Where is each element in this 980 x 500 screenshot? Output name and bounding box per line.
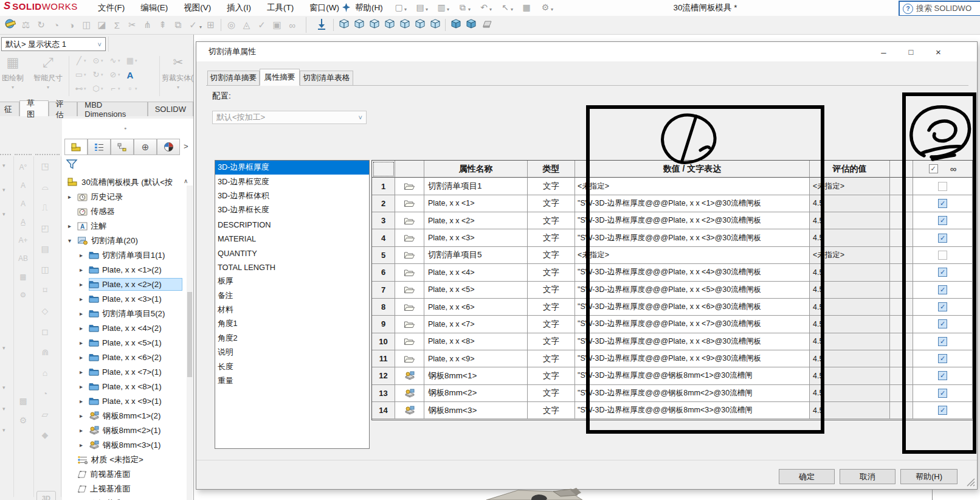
expand-arrow-icon[interactable]: ▸ <box>80 325 87 332</box>
value-expression-cell[interactable]: "SW-3D-边界框厚度@@@Plate, x x <8>@30流槽闸板 <box>575 333 810 350</box>
save-icon[interactable]: ▥▾ <box>435 1 450 13</box>
menu-1[interactable]: 文件(F) <box>90 0 133 16</box>
expand-arrow-icon[interactable]: ▸ <box>80 354 87 361</box>
tree-item[interactable]: ▸钢板8mm<1>(2) <box>62 409 187 423</box>
property-name-cell[interactable]: Plate, x x <1> <box>424 195 528 212</box>
search-input[interactable]: 搜索 SOLIDWO <box>916 3 971 14</box>
row-number-cell[interactable]: 8 <box>372 299 395 316</box>
sheetmetal-tool-icon[interactable]: ◫ <box>38 262 52 277</box>
sketch-entity-icon[interactable]: ⊙ <box>90 56 102 65</box>
property-list-item[interactable]: 角度1 <box>215 317 369 331</box>
configuration-combo[interactable]: 默认<按加工> ˅ <box>212 111 367 124</box>
type-cell[interactable]: 文字 <box>528 385 575 402</box>
property-list-item[interactable]: 板厚 <box>215 274 369 288</box>
tree-item[interactable]: ▸钢板8mm<3>(1) <box>62 438 187 453</box>
property-list-item[interactable]: 备注 <box>215 289 369 303</box>
sketch-entity-icon[interactable]: ⌐ <box>107 84 119 93</box>
annotation-tool-icon[interactable]: A+ <box>16 233 30 248</box>
check-entity-icon[interactable]: ◫ <box>79 18 94 32</box>
value-expression-cell[interactable]: "SW-3D-边界框厚度@@@钢板8mm<3>@30流槽闸 <box>575 402 810 419</box>
property-list-item[interactable]: 重量 <box>215 374 369 388</box>
chevron-down-icon[interactable]: ▾ <box>404 7 407 12</box>
menu-2[interactable]: 编辑(E) <box>133 0 176 16</box>
type-cell[interactable]: 文字 <box>528 350 575 367</box>
home-icon[interactable]: ⌂ <box>373 1 387 13</box>
tree-item[interactable]: ▸Plate, x x <6>(2) <box>62 350 187 365</box>
property-name-cell[interactable]: 切割清单项目5 <box>424 247 528 264</box>
help-question-icon[interactable]: ? <box>903 4 913 14</box>
sheetmetal-tool-icon[interactable]: ⌓ <box>38 179 52 194</box>
sketch-entity-icon[interactable]: ▭ <box>73 70 85 79</box>
tab-featuremanager[interactable] <box>64 139 88 155</box>
tab-configurationmanager[interactable] <box>111 139 134 155</box>
row-number-cell[interactable]: 14 <box>372 402 395 419</box>
print-icon[interactable]: ⧉▾ <box>456 1 472 13</box>
tab-评估[interactable]: 评估 <box>49 102 78 116</box>
tab-征[interactable]: 征 <box>0 102 19 116</box>
sheetmetal-tool-icon[interactable]: ◳ <box>38 159 52 173</box>
value-expression-cell[interactable]: <未指定> <box>575 247 810 264</box>
type-cell[interactable]: 文字 <box>528 247 575 264</box>
chevron-down-icon[interactable]: ▾ <box>551 7 553 12</box>
row-checkbox[interactable]: ✓ <box>938 234 947 243</box>
standard-view-cube-icon[interactable] <box>398 18 411 32</box>
property-name-cell[interactable]: 钢板8mm<3> <box>424 402 528 419</box>
design-check-icon[interactable]: ✓ <box>185 18 201 32</box>
shaded-view-cube-icon[interactable] <box>449 18 462 32</box>
property-name-cell[interactable]: Plate, x x <8> <box>424 333 528 350</box>
checkbox-cell[interactable]: ✓ <box>913 212 973 229</box>
drag-grip[interactable] <box>35 154 60 155</box>
type-cell[interactable]: 文字 <box>528 229 575 246</box>
rebuild-icon[interactable]: ▦ <box>520 1 533 13</box>
open-document-icon[interactable]: ▤▾ <box>413 1 429 13</box>
property-list-item[interactable]: 角度2 <box>215 332 369 345</box>
property-list-item[interactable]: DESCRIPTION <box>215 218 369 232</box>
row-number-cell[interactable]: 12 <box>372 367 395 384</box>
chevron-down-icon[interactable]: ▾ <box>489 7 492 12</box>
section-view-icon[interactable]: ◬ <box>239 18 254 32</box>
row-number-cell[interactable]: 2 <box>372 195 395 212</box>
row-checkbox[interactable] <box>938 251 947 260</box>
sheetmetal-tool-icon[interactable]: ⌂ <box>38 366 52 380</box>
row-number-cell[interactable]: 6 <box>372 264 395 281</box>
value-expression-cell[interactable]: "SW-3D-边界框厚度@@@Plate, x x <3>@30流槽闸板 <box>575 229 810 246</box>
drag-grip[interactable] <box>0 154 11 155</box>
expand-arrow-icon[interactable]: ▾ <box>68 237 75 244</box>
checkbox-cell[interactable]: ✓ <box>913 195 973 212</box>
checkbox-cell[interactable]: ✓ <box>913 402 973 419</box>
tree-item[interactable]: 前视基准面 <box>62 467 187 482</box>
sketch-tool[interactable]: ▦图绘制▾ <box>0 55 29 90</box>
tree-item[interactable]: 传感器 <box>62 204 187 219</box>
table-corner-header[interactable] <box>372 161 395 178</box>
property-name-cell[interactable]: 钢板8mm<1> <box>424 367 528 384</box>
sketch-entity-icon[interactable]: ⊘ <box>107 70 119 79</box>
expand-arrow-icon[interactable]: ▸ <box>80 369 87 375</box>
sheetmetal-tool-icon[interactable]: ◆ <box>38 428 52 442</box>
sheetmetal-tool-icon[interactable]: ⋒ <box>38 345 52 359</box>
expand-arrow-icon[interactable]: ▸ <box>80 266 87 273</box>
tree-item[interactable]: ▸A注解 <box>62 219 187 234</box>
expand-arrow-icon[interactable]: ▸ <box>80 296 87 302</box>
row-checkbox[interactable]: ✓ <box>938 268 947 277</box>
tab-dimxpertmanager[interactable]: ⊕ <box>134 139 157 155</box>
new-document-icon[interactable]: ▢▾ <box>392 1 408 13</box>
tree-item[interactable]: ▸切割清单项目5(2) <box>62 307 187 321</box>
menu-3[interactable]: 视图(V) <box>176 0 219 16</box>
row-checkbox[interactable]: ✓ <box>938 302 947 311</box>
checkbox-cell[interactable] <box>913 247 973 264</box>
type-cell[interactable]: 文字 <box>528 178 575 195</box>
header-checkbox-icon[interactable]: ✓ <box>929 164 938 173</box>
pin-icon[interactable] <box>342 2 351 15</box>
menu-5[interactable]: 工具(T) <box>259 0 302 16</box>
tree-item[interactable]: ▸历史记录 <box>62 190 187 204</box>
standard-view-cube-icon[interactable] <box>413 18 426 32</box>
property-list-item[interactable]: 3D-边界框长度 <box>215 203 369 217</box>
measure-icon[interactable] <box>4 18 16 32</box>
row-number-cell[interactable]: 5 <box>372 247 395 264</box>
annotation-tool-icon[interactable]: ▩ <box>16 394 30 408</box>
tree-item[interactable]: 上视基准面 <box>62 482 187 496</box>
sketch-entity-icon[interactable]: ⊷ <box>73 84 85 93</box>
annotation-tool-icon[interactable]: A <box>16 178 30 193</box>
checkbox-cell[interactable]: ✓ <box>913 316 973 333</box>
row-checkbox[interactable]: ✓ <box>938 199 947 208</box>
